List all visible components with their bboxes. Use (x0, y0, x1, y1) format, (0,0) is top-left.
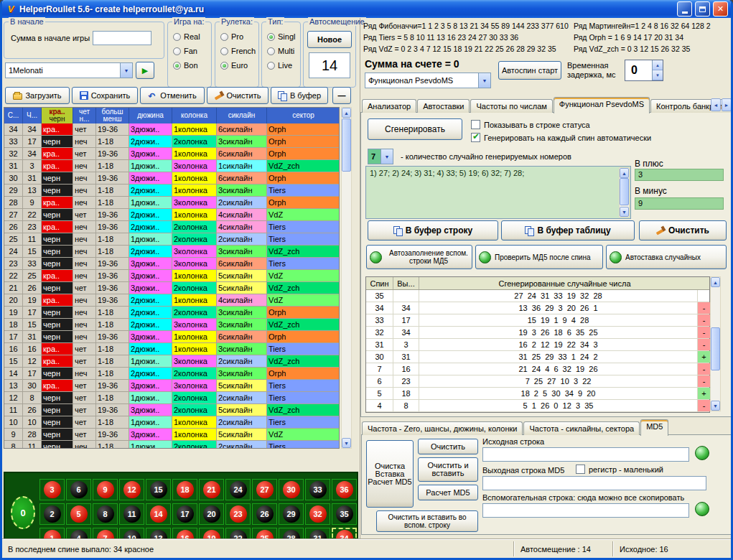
clear-generated-button[interactable]: Очистить (639, 220, 727, 241)
history-row-25[interactable]: 2511черннеч1-181дюжи..2колонка2сиклайнTi… (4, 233, 339, 246)
scroll-down-icon[interactable]: ▼ (620, 207, 629, 217)
board-cell-32[interactable]: 32 (305, 503, 330, 525)
scroll-thumb[interactable] (711, 327, 720, 370)
md5-clear-paste-button[interactable]: Очистить и вставить (418, 457, 478, 482)
history-row-14[interactable]: 1417черннеч1-182дюжи..2колонка3сиклайнOr… (4, 368, 339, 380)
md5-clear-paste-aux-button[interactable]: Очистить и вставить во вспом. строку (376, 510, 478, 532)
save-button[interactable]: Сохранить (72, 87, 138, 104)
green-sphere-button[interactable] (695, 446, 709, 460)
tab-scroll-left-icon[interactable]: ◄ (711, 98, 721, 111)
chevron-down-icon[interactable]: ▼ (120, 63, 132, 78)
history-row-27[interactable]: 2722чернчет19-362дюжи..1колонка4сиклайнV… (4, 209, 339, 221)
board-cell-30[interactable]: 30 (279, 479, 304, 500)
random-row-35[interactable]: 3527 24 31 33 19 32 28 (366, 290, 709, 302)
radio-singl[interactable]: Singl (264, 29, 299, 44)
generated-numbers-area[interactable]: 1) 27; 2) 24; 3) 31; 4) 33; 5) 19; 6) 32… (365, 166, 631, 219)
delay-spinner[interactable]: 0 ▲ ▼ (625, 60, 663, 81)
board-cell-2[interactable]: 2 (39, 503, 65, 525)
random-row-6[interactable]: 6237 25 27 10 3 22- (366, 375, 709, 388)
board-cell-6[interactable]: 6 (66, 479, 91, 500)
history-row-22[interactable]: 2225кра..неч19-363дюжи..1колонка5сиклайн… (4, 270, 339, 282)
history-row-8[interactable]: 811черннеч1-181дюжи..2колонка2сиклайнTie… (4, 441, 339, 449)
board-cell-11[interactable]: 11 (119, 503, 144, 525)
history-row-26[interactable]: 2623кра..неч19-362дюжи..2колонка4сиклайн… (4, 221, 339, 233)
chevron-down-icon[interactable]: ▼ (478, 73, 490, 88)
autospin-start-button[interactable]: Автоспин старт (498, 61, 561, 80)
board-cell-3[interactable]: 3 (39, 479, 65, 500)
count-combobox[interactable]: 7 ▼ (368, 149, 393, 164)
history-row-31[interactable]: 313кра..неч1-181дюжи..3колонка1сиклайнVd… (4, 160, 339, 172)
checkbox-generate-each-spin[interactable]: Генерировать на каждый спин автоматическ… (471, 133, 651, 142)
spin-down-icon[interactable]: ▼ (653, 70, 663, 80)
md5-source-input[interactable] (482, 447, 689, 462)
board-cell-0[interactable]: 0 (11, 496, 35, 529)
random-row-31[interactable]: 31316 2 12 19 22 34 3- (366, 339, 709, 351)
autobet-random-button[interactable]: Автоставка случайных (606, 245, 727, 269)
radio-multi[interactable]: Multi (264, 44, 299, 58)
tab-autobets[interactable]: Автоставки (417, 99, 470, 113)
random-row-33[interactable]: 331715 19 1 9 4 28- (366, 314, 709, 327)
random-table-scrollbar[interactable]: ▲ ▼ (710, 276, 721, 411)
board-cell-17[interactable]: 17 (172, 503, 197, 525)
random-row-7[interactable]: 71621 24 4 6 32 19 26- (366, 363, 709, 375)
radio-pro[interactable]: Pro (218, 29, 258, 44)
history-row-17[interactable]: 1731черннеч19-363дюжи..1колонка6сиклайнO… (4, 331, 339, 343)
md5-calc-button[interactable]: Расчет MD5 (418, 485, 478, 500)
radio-fan[interactable]: Fan (170, 44, 210, 58)
checkbox-lowercase[interactable]: регистр - маленький (576, 465, 663, 474)
board-cell-8[interactable]: 8 (93, 503, 118, 525)
scroll-up-icon[interactable]: ▲ (711, 277, 720, 287)
board-cell-21[interactable]: 21 (199, 479, 224, 500)
history-row-9[interactable]: 928чернчет19-363дюжи..1колонка5сиклайнVd… (4, 429, 339, 441)
history-row-23[interactable]: 2333черннеч19-363дюжи..3колонка6сиклайнT… (4, 258, 339, 270)
tab-number-frequencies[interactable]: Частоты по числам (470, 99, 552, 113)
scroll-thumb[interactable] (620, 178, 629, 205)
history-row-15[interactable]: 1512кра..чет1-181дюжи..3колонка2сиклайнV… (4, 355, 339, 368)
history-row-11[interactable]: 1126чернчет19-363дюжи..2колонка5сиклайнV… (4, 404, 339, 416)
autofill-md5-button[interactable]: Автозаполнение вспом. строки МД5 (366, 245, 472, 269)
md5-aux-input[interactable] (482, 503, 689, 518)
generate-button[interactable]: Сгенерировать (368, 118, 462, 140)
board-cell-12[interactable]: 12 (119, 479, 144, 500)
history-row-12[interactable]: 128чернчет1-181дюжи..2колонка2сиклайнTie… (4, 392, 339, 404)
radio-euro[interactable]: Euro (218, 58, 258, 73)
load-button[interactable]: Загрузить (5, 87, 70, 104)
history-row-19[interactable]: 1917черннеч1-182дюжи..2колонка3сиклайнOr… (4, 307, 339, 319)
board-cell-35[interactable]: 35 (332, 503, 357, 525)
board-cell-14[interactable]: 14 (146, 503, 171, 525)
random-row-30[interactable]: 303131 25 29 33 1 24 2+ (366, 351, 709, 363)
history-row-34[interactable]: 3434кра..чет19-363дюжи..1колонка6сиклайн… (4, 123, 339, 136)
md5-clear-button[interactable]: Очистить (418, 439, 478, 454)
preset-combobox[interactable]: 1Melonati ▼ (5, 62, 133, 78)
collapse-button[interactable]: — (332, 87, 351, 104)
board-cell-33[interactable]: 33 (305, 479, 330, 500)
tab-scroll-right-icon[interactable]: ► (722, 98, 732, 111)
history-row-20[interactable]: 2019кра..неч19-362дюжи..1колонка4сиклайн… (4, 294, 339, 307)
random-row-34[interactable]: 343413 36 29 3 20 26 1- (366, 302, 709, 314)
green-sphere-button[interactable] (695, 502, 709, 516)
copy-table-button[interactable]: В буфер таблицу (501, 220, 635, 241)
minimize-button[interactable] (677, 1, 692, 17)
history-row-24[interactable]: 2415черннеч1-182дюжи..3колонка3сиклайнVd… (4, 246, 339, 258)
board-cell-5[interactable]: 5 (66, 503, 91, 525)
history-row-28[interactable]: 289кра..неч1-181дюжи..3колонка2сиклайнOr… (4, 197, 339, 209)
random-row-32[interactable]: 323419 3 26 18 6 35 25- (366, 327, 709, 339)
scroll-down-icon[interactable]: ▼ (342, 438, 351, 448)
random-row-4[interactable]: 485 1 26 0 12 3 35- (366, 400, 709, 412)
clear-button[interactable]: Очистить (207, 87, 269, 104)
board-cell-29[interactable]: 29 (279, 503, 304, 525)
tab-freq-sixlines-sectors[interactable]: Частота - сиклайны, сектора (523, 421, 640, 435)
close-button[interactable]: ✕ (713, 1, 728, 17)
checkbox-show-status[interactable]: Показывать в строке статуса (471, 120, 590, 129)
autoshift-new-button[interactable]: Новое (307, 31, 352, 48)
tab-md5[interactable]: MD5 (640, 419, 668, 436)
md5-big-button[interactable]: Очистка Вставка Расчет MD5 (366, 440, 414, 508)
board-cell-15[interactable]: 15 (146, 479, 171, 500)
scroll-up-icon[interactable]: ▲ (620, 168, 629, 178)
radio-live[interactable]: Live (264, 58, 299, 73)
copy-button[interactable]: В буфер (271, 87, 328, 104)
history-row-18[interactable]: 1815черннеч1-182дюжи..3колонка3сиклайнVd… (4, 319, 339, 331)
maximize-button[interactable] (695, 1, 710, 17)
history-row-16[interactable]: 1616кра..чет1-182дюжи..1колонка3сиклайнT… (4, 343, 339, 355)
history-row-29[interactable]: 2913черннеч1-182дюжи..1колонка3сиклайнTi… (4, 185, 339, 197)
